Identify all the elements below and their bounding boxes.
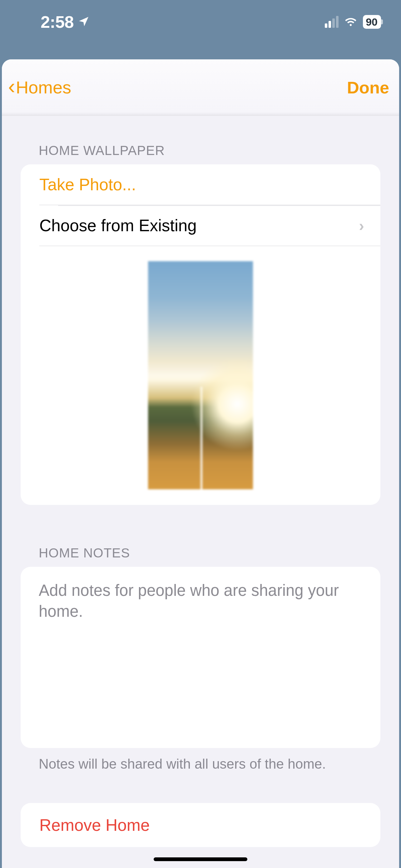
chevron-right-icon: › [359, 217, 370, 235]
notes-placeholder: Add notes for people who are sharing you… [39, 580, 362, 622]
location-icon [77, 12, 90, 32]
notes-footer: Notes will be shared with all users of t… [39, 756, 380, 772]
modal-sheet: ‹ Homes Done HOME WALLPAPER Take Photo..… [2, 59, 399, 868]
status-bar: 2:58 90 [0, 0, 401, 44]
take-photo-label: Take Photo... [39, 175, 136, 194]
wallpaper-card: Take Photo... Choose from Existing › [21, 164, 380, 505]
notes-card[interactable]: Add notes for people who are sharing you… [21, 567, 380, 748]
back-label: Homes [16, 77, 71, 97]
remove-home-button[interactable]: Remove Home [21, 803, 380, 847]
done-button[interactable]: Done [347, 78, 389, 97]
chevron-left-icon: ‹ [8, 75, 15, 97]
choose-existing-row[interactable]: Choose from Existing › [39, 205, 380, 246]
wallpaper-preview-wrap [21, 246, 380, 505]
back-button[interactable]: ‹ Homes [8, 77, 71, 98]
status-time: 2:58 [41, 12, 74, 32]
battery-level: 90 [366, 17, 377, 27]
wifi-icon [343, 14, 358, 30]
status-right: 90 [325, 14, 381, 30]
notes-section-label: HOME NOTES [39, 546, 380, 561]
wallpaper-section-label: HOME WALLPAPER [39, 143, 380, 158]
battery-icon: 90 [363, 15, 381, 29]
cellular-icon [325, 16, 338, 28]
nav-header: ‹ Homes Done [2, 59, 399, 116]
status-left: 2:58 [41, 12, 90, 32]
wallpaper-preview[interactable] [148, 261, 253, 489]
home-indicator[interactable] [154, 857, 247, 861]
content: HOME WALLPAPER Take Photo... Choose from… [2, 116, 399, 868]
take-photo-row[interactable]: Take Photo... [21, 164, 380, 205]
remove-home-card: Remove Home [21, 803, 380, 847]
choose-existing-label: Choose from Existing [39, 216, 197, 235]
